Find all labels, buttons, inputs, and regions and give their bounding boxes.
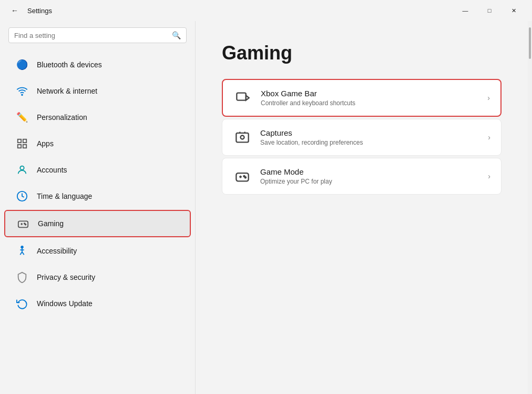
minimize-button[interactable]: — <box>453 2 477 19</box>
apps-icon <box>15 136 29 151</box>
game-mode-subtitle: Optimize your PC for play <box>260 178 488 185</box>
app-title: Settings <box>27 7 52 15</box>
xbox-game-bar-title: Xbox Game Bar <box>261 89 487 98</box>
svg-point-9 <box>25 224 26 225</box>
captures-text: Captures Save location, recording prefer… <box>260 128 488 146</box>
nav-item-accessibility[interactable]: Accessibility <box>4 238 191 264</box>
network-icon <box>15 84 29 98</box>
main-content: Gaming Xbox Game Bar Controller and keyb… <box>196 21 528 394</box>
svg-line-14 <box>22 252 24 255</box>
svg-rect-4 <box>23 145 26 148</box>
accessibility-icon <box>15 244 29 258</box>
time-icon <box>15 189 29 204</box>
game-mode-icon <box>233 167 252 186</box>
nav-item-gaming[interactable]: Gaming <box>4 210 191 237</box>
svg-rect-15 <box>237 93 246 100</box>
bluetooth-icon: 🔵 <box>15 57 29 72</box>
personalization-icon: ✏️ <box>15 110 29 125</box>
game-mode-card[interactable]: Game Mode Optimize your PC for play › <box>222 158 502 195</box>
svg-point-20 <box>245 177 246 178</box>
svg-point-5 <box>20 166 24 170</box>
xbox-game-bar-chevron: › <box>487 94 490 102</box>
gaming-nav-icon <box>16 216 30 231</box>
search-icon: 🔍 <box>172 31 181 39</box>
close-button[interactable]: ✕ <box>502 2 526 19</box>
xbox-game-bar-icon <box>233 88 252 107</box>
privacy-icon <box>15 270 29 285</box>
captures-title: Captures <box>260 128 488 137</box>
nav-item-apps[interactable]: Apps <box>4 131 191 156</box>
scrollbar-track[interactable] <box>528 21 532 394</box>
svg-rect-16 <box>236 133 248 143</box>
svg-rect-1 <box>18 139 21 143</box>
sidebar: 🔍 🔵 Bluetooth & devices Network & intern… <box>0 21 196 394</box>
xbox-game-bar-subtitle: Controller and keyboard shortcuts <box>261 99 487 107</box>
svg-point-0 <box>22 94 23 95</box>
svg-rect-18 <box>236 173 248 181</box>
accounts-icon <box>15 163 29 177</box>
page-title: Gaming <box>222 42 502 64</box>
nav-item-accounts[interactable]: Accounts <box>4 157 191 183</box>
maximize-button[interactable]: □ <box>477 2 502 19</box>
scrollbar-thumb[interactable] <box>529 27 531 59</box>
nav-item-windows-update[interactable]: Windows Update <box>4 291 191 316</box>
nav-item-time[interactable]: Time & language <box>4 184 191 209</box>
captures-subtitle: Save location, recording preferences <box>260 139 488 146</box>
svg-point-10 <box>21 246 23 248</box>
search-box[interactable]: 🔍 <box>8 27 187 43</box>
captures-icon <box>233 128 252 147</box>
xbox-game-bar-text: Xbox Game Bar Controller and keyboard sh… <box>261 89 487 107</box>
nav-item-bluetooth[interactable]: 🔵 Bluetooth & devices <box>4 52 191 77</box>
captures-card[interactable]: Captures Save location, recording prefer… <box>222 119 502 156</box>
svg-rect-7 <box>18 221 28 227</box>
svg-rect-3 <box>18 145 21 148</box>
titlebar: ← Settings — □ ✕ <box>0 0 532 21</box>
nav-item-network[interactable]: Network & internet <box>4 78 191 104</box>
svg-point-17 <box>241 136 244 139</box>
back-button[interactable]: ← <box>6 2 23 19</box>
nav-item-personalization[interactable]: ✏️ Personalization <box>4 105 191 130</box>
xbox-game-bar-card[interactable]: Xbox Game Bar Controller and keyboard sh… <box>222 79 502 117</box>
app-body: 🔍 🔵 Bluetooth & devices Network & intern… <box>0 21 532 394</box>
window-controls: — □ ✕ <box>453 2 526 19</box>
search-input[interactable] <box>14 32 172 39</box>
svg-rect-2 <box>23 139 26 143</box>
update-icon <box>15 296 29 311</box>
captures-chevron: › <box>488 133 490 142</box>
game-mode-text: Game Mode Optimize your PC for play <box>260 167 488 185</box>
nav-item-privacy[interactable]: Privacy & security <box>4 265 191 290</box>
game-mode-chevron: › <box>488 172 490 180</box>
game-mode-title: Game Mode <box>260 167 488 176</box>
